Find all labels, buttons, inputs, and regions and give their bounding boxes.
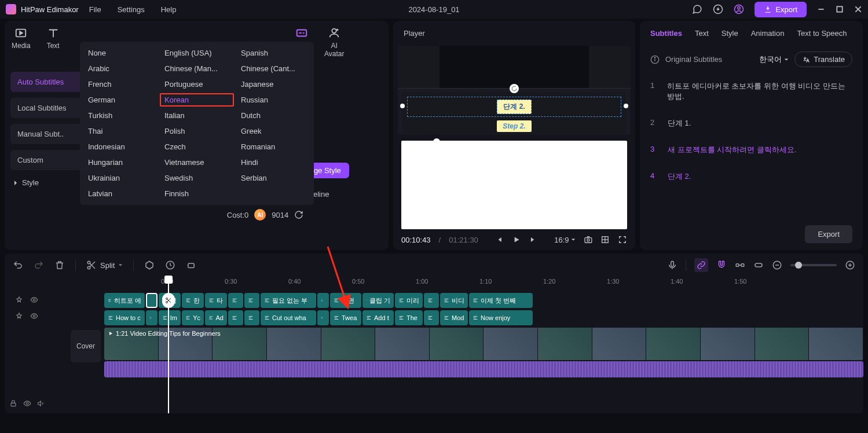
track-lock-icon[interactable]: [9, 399, 17, 408]
window-maximize-icon[interactable]: [836, 5, 844, 13]
lang-option[interactable]: Dutch: [241, 111, 306, 120]
lang-option[interactable]: Polish: [164, 127, 229, 135]
subtitle-row[interactable]: 4단계 2.: [650, 163, 852, 190]
subtitle-clip[interactable]: How to c: [104, 310, 145, 325]
subtitle-clip[interactable]: 미리: [395, 293, 423, 308]
side-manual-subtitles[interactable]: Manual Subt..: [10, 124, 91, 144]
mic-icon[interactable]: [667, 260, 677, 270]
redo-icon[interactable]: [34, 260, 44, 270]
window-close-icon[interactable]: [854, 5, 862, 13]
subtitle-row[interactable]: 2단계 1.: [650, 110, 852, 137]
lang-option[interactable]: Hungarian: [88, 158, 153, 167]
window-minimize-icon[interactable]: [817, 5, 825, 13]
playhead-split-icon[interactable]: [162, 293, 175, 308]
magnet-icon[interactable]: [716, 260, 727, 270]
subtitle-clip[interactable]: 비디: [440, 293, 468, 308]
lang-option[interactable]: Arabic: [88, 64, 153, 73]
tab-media[interactable]: Media: [12, 27, 31, 50]
lang-option[interactable]: Vietnamese: [164, 158, 229, 167]
link-toggle-icon[interactable]: [694, 258, 708, 272]
playhead-handle[interactable]: [164, 276, 173, 284]
lang-option[interactable]: Italian: [164, 111, 229, 120]
prev-frame-icon[interactable]: [495, 235, 504, 244]
track-visible-icon[interactable]: [23, 399, 31, 408]
lang-option[interactable]: Indonesian: [88, 142, 153, 151]
ai-tool-icon[interactable]: [186, 260, 196, 270]
right-export-button[interactable]: Export: [805, 225, 852, 243]
rp-tab-tts[interactable]: Text to Speech: [797, 29, 847, 38]
ripple-icon[interactable]: [735, 260, 745, 270]
lang-option[interactable]: None: [88, 49, 153, 57]
lang-option[interactable]: Czech: [164, 142, 229, 151]
lang-option[interactable]: Thai: [88, 127, 153, 135]
subtitle-clip[interactable]: [244, 293, 259, 308]
translate-button[interactable]: Translate: [794, 52, 852, 67]
subtitle-clip[interactable]: Yc: [182, 310, 204, 325]
rotate-handle-icon[interactable]: [511, 86, 517, 91]
tab-ai-avatar[interactable]: AI Avatar: [324, 27, 344, 58]
subtitle-clip[interactable]: The: [395, 310, 423, 325]
lang-option[interactable]: Finnish: [164, 189, 229, 198]
timeline-ruler[interactable]: 0:200:300:400:501:001:101:201:301:401:50: [5, 277, 863, 288]
subtitle-korean[interactable]: 단계 2.: [497, 100, 531, 114]
subtitle-clip[interactable]: [244, 310, 259, 325]
rp-tab-text[interactable]: Text: [695, 29, 709, 38]
subtitle-clip[interactable]: Twea: [330, 310, 361, 325]
playhead[interactable]: [168, 277, 169, 413]
lang-option[interactable]: Korean: [160, 93, 234, 107]
speed-icon[interactable]: [165, 260, 175, 270]
crop-grid-icon[interactable]: [600, 235, 610, 244]
delete-icon[interactable]: [54, 260, 65, 270]
next-frame-icon[interactable]: [529, 235, 538, 244]
lang-option[interactable]: German: [88, 96, 153, 104]
lang-option[interactable]: Romanian: [241, 142, 306, 151]
fullscreen-icon[interactable]: [618, 235, 627, 244]
lang-option[interactable]: French: [88, 80, 153, 89]
aspect-ratio[interactable]: 16:9: [554, 236, 575, 244]
lang-option[interactable]: Turkish: [88, 111, 153, 120]
lang-option[interactable]: Chinese (Man...: [164, 64, 229, 73]
subtitle-clip[interactable]: 클립 기: [362, 293, 394, 308]
lang-option[interactable]: Chinese (Cant...: [241, 64, 306, 73]
lang-option[interactable]: Russian: [241, 96, 306, 104]
side-auto-subtitles[interactable]: Auto Subtitles: [10, 72, 91, 92]
subtitle-clip[interactable]: 이제 첫 번째: [469, 293, 533, 308]
subtitle-clip[interactable]: Ad: [205, 310, 227, 325]
rp-tab-subtitles[interactable]: Subtitles: [650, 29, 682, 38]
zoom-out-icon[interactable]: [772, 260, 782, 270]
subtitle-row[interactable]: 1히트포 에디마커로 초보자를 위한 여행 비디오 만드는 방법.: [650, 73, 852, 110]
track-mute-icon[interactable]: [37, 399, 45, 408]
zoom-slider[interactable]: [790, 264, 837, 266]
undo-icon[interactable]: [13, 260, 23, 270]
fit-icon[interactable]: [753, 260, 764, 270]
lang-option[interactable]: Swedish: [164, 174, 229, 182]
lang-option[interactable]: Hindi: [241, 158, 306, 167]
menu-file[interactable]: File: [89, 5, 101, 14]
zoom-in-icon[interactable]: [845, 260, 855, 270]
rp-tab-animation[interactable]: Animation: [751, 29, 785, 38]
tab-text[interactable]: Text: [47, 27, 60, 50]
audio-track[interactable]: [104, 361, 863, 377]
side-local-subtitles[interactable]: Local Subtitles: [10, 98, 91, 118]
subtitle-clip[interactable]: [228, 310, 243, 325]
subtitle-clip[interactable]: 필요 없는 부: [261, 293, 316, 308]
subtitle-clip[interactable]: [424, 293, 439, 308]
snapshot-icon[interactable]: [584, 235, 593, 244]
account-icon[interactable]: [734, 4, 744, 14]
split-button[interactable]: Split: [86, 260, 123, 270]
track-visible-icon[interactable]: [30, 296, 38, 304]
play-icon[interactable]: [512, 235, 521, 244]
menu-settings[interactable]: Settings: [118, 5, 145, 14]
lang-option[interactable]: Spanish: [241, 49, 306, 57]
video-track[interactable]: 1:21 Video Editing Tips for Beginners: [104, 328, 863, 360]
lang-option[interactable]: Portuguese: [164, 80, 229, 89]
subtitle-clip[interactable]: Add t: [362, 310, 394, 325]
track-visible-icon[interactable]: [30, 312, 38, 320]
lang-option[interactable]: English (USA): [164, 49, 229, 57]
rp-tab-style[interactable]: Style: [721, 29, 738, 38]
subtitle-clip[interactable]: [146, 293, 158, 308]
lang-option[interactable]: Japanese: [241, 80, 306, 89]
subtitle-clip[interactable]: [317, 293, 329, 308]
progress-knob[interactable]: [433, 138, 440, 145]
refresh-icon[interactable]: [294, 210, 303, 219]
